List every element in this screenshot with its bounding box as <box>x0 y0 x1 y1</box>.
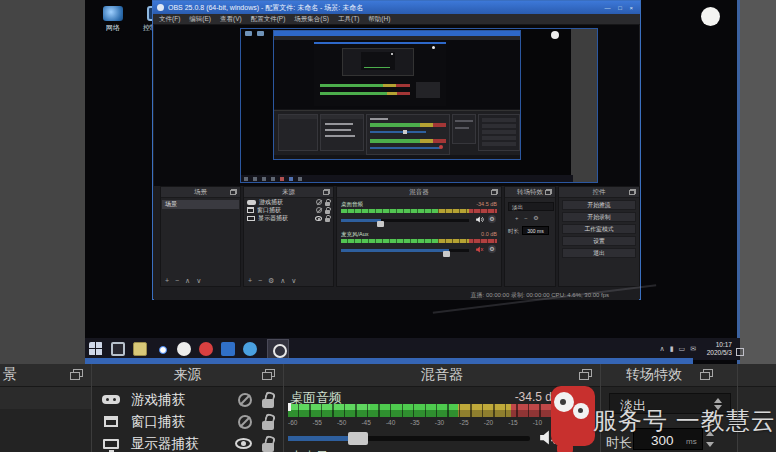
duration-input[interactable]: 300 ms <box>522 226 549 235</box>
gear-icon[interactable]: ⚙ <box>488 245 496 253</box>
menu-edit[interactable]: 编辑(E) <box>189 15 211 24</box>
exit-button[interactable]: 退出 <box>562 248 636 258</box>
source-row-display[interactable]: 显示器捕获 <box>92 433 283 452</box>
volume-handle[interactable] <box>443 251 450 257</box>
source-row[interactable]: 显示器捕获 <box>244 214 333 222</box>
obs-logo-icon <box>157 4 164 11</box>
watermark-logo <box>551 386 595 446</box>
sources-header[interactable]: 来源 <box>92 364 283 387</box>
clock[interactable]: 10:17 2020/5/3 <box>707 341 732 357</box>
task-view-icon[interactable] <box>111 342 125 356</box>
source-row-game[interactable]: 游戏捕获 <box>92 389 283 410</box>
volume-handle[interactable] <box>377 221 384 227</box>
channel-label: 麦克风/Aux <box>341 231 369 238</box>
scene-item[interactable] <box>0 387 91 409</box>
transitions-title: 转场特效 <box>517 188 543 197</box>
menu-tools[interactable]: 工具(T) <box>338 15 359 24</box>
eye-off-icon[interactable] <box>316 207 322 213</box>
eye-off-icon[interactable] <box>316 199 322 205</box>
mixer-header[interactable]: 混音器 <box>284 364 600 387</box>
controls-header[interactable]: 控件 <box>559 187 639 198</box>
eye-icon[interactable] <box>235 438 252 449</box>
scenes-toolbar[interactable]: + − ∧ ∨ <box>165 277 203 285</box>
window-buttons[interactable]: — □ × <box>605 5 636 11</box>
popout-icon[interactable] <box>700 369 713 380</box>
mute-icon[interactable] <box>475 245 484 254</box>
menu-file[interactable]: 文件(F) <box>159 15 180 24</box>
nested-gray-margin <box>571 29 597 182</box>
obs-taskbar-icon[interactable] <box>267 339 289 359</box>
nested-panel <box>416 82 440 98</box>
scene-item[interactable]: 场景 <box>162 200 239 209</box>
desktop-icon-label: 网络 <box>93 23 133 33</box>
lock-open-icon[interactable] <box>325 210 330 214</box>
scenes-header[interactable]: 景 <box>0 364 91 387</box>
source-label: 窗口捕获 <box>131 413 185 431</box>
lock-open-icon[interactable] <box>262 399 274 408</box>
studio-mode-button[interactable]: 工作室模式 <box>562 224 636 234</box>
taskbar: ∧ ▮ ▭ ✉ 10:17 2020/5/3 <box>85 338 740 360</box>
popout-icon[interactable] <box>545 189 552 195</box>
start-streaming-button[interactable]: 开始推流 <box>562 200 636 210</box>
popout-icon[interactable] <box>629 189 636 195</box>
chevron-up-icon[interactable]: ∧ <box>660 345 665 353</box>
gear-icon[interactable]: ⚙ <box>488 215 496 223</box>
menu-help[interactable]: 帮助(H) <box>368 15 390 24</box>
volume-slider[interactable] <box>288 430 530 446</box>
lock-open-icon[interactable] <box>262 443 274 452</box>
channel-db: -34.5 dB <box>476 201 497 207</box>
nested-desktop-icon <box>245 31 252 36</box>
menu-profile[interactable]: 配置文件(P) <box>251 15 286 24</box>
slider-fill <box>288 436 354 441</box>
explorer-icon[interactable] <box>133 342 147 356</box>
speaker-icon[interactable] <box>475 215 484 224</box>
mixer-title: 混音器 <box>421 366 463 384</box>
desktop-icon-network[interactable]: 网络 <box>93 6 133 33</box>
slider-handle[interactable] <box>348 432 368 445</box>
transition-select[interactable]: 淡出 <box>508 202 554 211</box>
battery-icon: ▮ <box>670 345 674 353</box>
nested-level2-capture <box>314 42 446 106</box>
desktop-right-edge <box>737 0 740 364</box>
lock-open-icon[interactable] <box>325 202 330 206</box>
notification-icon[interactable] <box>736 348 744 356</box>
nested-meter <box>320 92 410 95</box>
app-icon-blue-circle[interactable] <box>243 342 257 356</box>
app-icon-blue-square[interactable] <box>221 342 235 356</box>
sources-header[interactable]: 来源 <box>244 187 333 198</box>
preview-area[interactable] <box>154 25 639 186</box>
app-icon-red[interactable] <box>199 342 213 356</box>
system-tray[interactable]: ∧ ▮ ▭ ✉ <box>660 338 696 360</box>
mixer-header[interactable]: 混音器 <box>337 187 501 198</box>
mail-icon: ✉ <box>690 345 696 353</box>
eye-icon[interactable] <box>315 216 322 221</box>
sources-panel-zoomed: 来源 游戏捕获 窗口捕获 显示器捕获 <box>91 364 283 452</box>
app-icon-white[interactable] <box>177 342 191 356</box>
window-title: OBS 25.0.8 (64-bit, windows) - 配置文件: 未命名… <box>168 3 605 13</box>
menu-view[interactable]: 查看(V) <box>220 15 242 24</box>
sources-toolbar[interactable]: + − ⚙ ∧ ∨ <box>248 277 298 285</box>
popout-icon[interactable] <box>262 369 275 380</box>
lock-open-icon[interactable] <box>262 421 274 430</box>
popout-icon[interactable] <box>579 369 592 380</box>
title-bar[interactable]: OBS 25.0.8 (64-bit, windows) - 配置文件: 未命名… <box>153 1 640 14</box>
start-icon[interactable] <box>89 342 103 356</box>
popout-icon[interactable] <box>491 189 498 195</box>
transitions-header[interactable]: 转场特效 <box>505 187 555 198</box>
popout-icon[interactable] <box>70 369 83 380</box>
start-recording-button[interactable]: 开始录制 <box>562 212 636 222</box>
source-row-window[interactable]: 窗口捕获 <box>92 411 283 432</box>
eye-off-icon[interactable] <box>238 415 252 429</box>
eye-off-icon[interactable] <box>238 393 252 407</box>
scenes-header[interactable]: 场景 <box>161 187 240 198</box>
menu-scene-collection[interactable]: 场景集合(S) <box>294 15 329 24</box>
popout-icon[interactable] <box>323 189 330 195</box>
transitions-toolbar[interactable]: + − ⚙ <box>515 214 541 221</box>
popout-icon[interactable] <box>230 189 237 195</box>
user-icon: ▭ <box>679 345 686 353</box>
nested-docks <box>274 110 520 155</box>
lock-open-icon[interactable] <box>325 218 330 222</box>
settings-button[interactable]: 设置 <box>562 236 636 246</box>
transitions-header[interactable]: 转场特效 <box>601 364 737 387</box>
volume-fill <box>341 249 449 252</box>
